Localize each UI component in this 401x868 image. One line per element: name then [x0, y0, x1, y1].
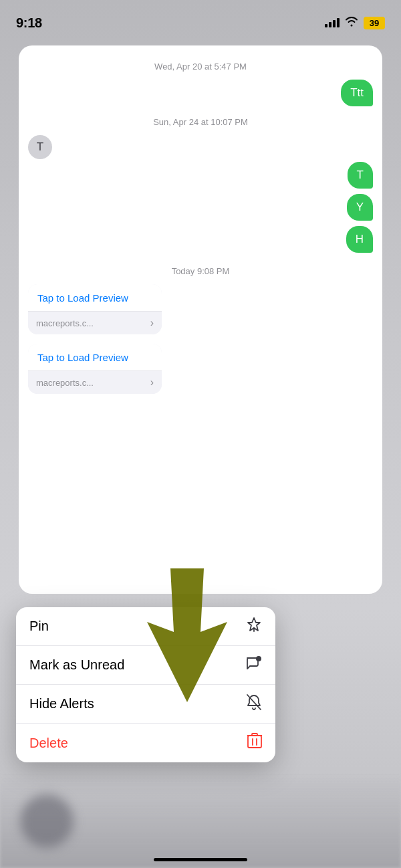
message-card: Wed, Apr 20 at 5:47 PM Ttt Sun, Apr 24 a…	[19, 45, 382, 594]
chevron-right-icon-1: ›	[150, 317, 154, 329]
menu-label-delete: Delete	[29, 736, 68, 751]
status-icons: 39	[325, 16, 385, 29]
menu-label-mark-unread: Mark as Unread	[29, 657, 124, 673]
pin-icon	[246, 617, 262, 637]
link-preview-1-text: Tap to Load Preview	[37, 292, 128, 304]
arrow-pointer-icon	[134, 568, 241, 702]
link-preview-1-bottom: macreports.c... ›	[28, 312, 162, 334]
outgoing-bubble-3: Y	[347, 194, 373, 221]
message-row-out-2: T	[28, 162, 373, 191]
menu-label-hide-alerts: Hide Alerts	[29, 696, 94, 712]
mark-unread-icon	[245, 655, 262, 675]
status-bar: 9:18 39	[0, 0, 401, 36]
delete-icon	[247, 732, 262, 754]
message-row-out-3: Y	[28, 194, 373, 223]
outgoing-bubble-4: H	[346, 226, 373, 253]
avatar-small: T	[28, 135, 52, 159]
link-preview-1-url: macreports.c...	[36, 318, 94, 328]
outgoing-bubble-1: Ttt	[341, 80, 373, 106]
battery-indicator: 39	[364, 17, 385, 29]
blurred-circle	[20, 794, 74, 848]
link-preview-1-top: Tap to Load Preview	[28, 284, 162, 312]
link-preview-2-top: Tap to Load Preview	[28, 344, 162, 371]
menu-item-delete[interactable]: Delete	[16, 724, 275, 762]
date-label-2: Sun, Apr 24 at 10:07 PM	[28, 117, 373, 127]
link-preview-2-bottom: macreports.c... ›	[28, 371, 162, 394]
signal-bar-1	[325, 24, 327, 27]
menu-label-pin: Pin	[29, 619, 49, 634]
date-label-1: Wed, Apr 20 at 5:47 PM	[28, 62, 373, 72]
signal-bar-4	[337, 18, 340, 27]
date-label-3: Today 9:08 PM	[28, 266, 373, 276]
svg-point-2	[256, 656, 261, 661]
message-row-out-4: H	[28, 226, 373, 255]
link-preview-1[interactable]: Tap to Load Preview macreports.c... ›	[28, 284, 162, 334]
message-row-in-1: T	[28, 135, 373, 159]
svg-marker-0	[147, 568, 227, 702]
link-preview-2[interactable]: Tap to Load Preview macreports.c... ›	[28, 344, 162, 394]
chevron-right-icon-2: ›	[150, 376, 154, 389]
hide-alerts-icon	[246, 693, 262, 715]
link-preview-2-url: macreports.c...	[36, 378, 94, 388]
signal-bar-3	[333, 20, 336, 27]
home-indicator	[154, 858, 247, 861]
messages-area: Wed, Apr 20 at 5:47 PM Ttt Sun, Apr 24 a…	[19, 62, 382, 399]
outgoing-bubble-2: T	[348, 162, 373, 189]
svg-rect-4	[248, 736, 261, 748]
status-time: 9:18	[16, 15, 42, 31]
signal-bar-2	[329, 22, 331, 27]
signal-bars-icon	[325, 18, 340, 27]
link-preview-2-text: Tap to Load Preview	[37, 352, 128, 363]
wifi-icon	[345, 16, 358, 29]
message-row-out-1: Ttt	[28, 80, 373, 109]
